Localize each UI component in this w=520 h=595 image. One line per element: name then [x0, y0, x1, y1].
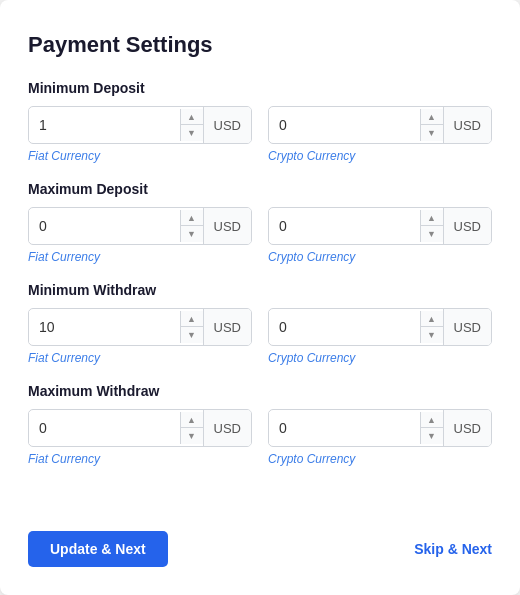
crypto-spinner-max-deposit: ▲ ▼ — [420, 210, 443, 242]
section-max-deposit: Maximum Deposit ▲ ▼ USD Fiat Currency — [28, 181, 492, 264]
fiat-field-min-deposit: ▲ ▼ USD Fiat Currency — [28, 106, 252, 163]
fiat-type-label-min-deposit: Fiat Currency — [28, 149, 252, 163]
crypto-field-min-withdraw: ▲ ▼ USD Crypto Currency — [268, 308, 492, 365]
page-title: Payment Settings — [28, 32, 492, 58]
update-next-button[interactable]: Update & Next — [28, 531, 168, 567]
crypto-spinner-down-max-deposit[interactable]: ▼ — [421, 226, 443, 242]
fiat-spinner-max-withdraw: ▲ ▼ — [180, 412, 203, 444]
fiat-spinner-up-min-deposit[interactable]: ▲ — [181, 109, 203, 125]
crypto-type-label-min-withdraw: Crypto Currency — [268, 351, 492, 365]
fiat-spinner-down-max-withdraw[interactable]: ▼ — [181, 428, 203, 444]
section-max-withdraw: Maximum Withdraw ▲ ▼ USD Fiat Currency — [28, 383, 492, 466]
crypto-input-min-withdraw[interactable] — [269, 311, 420, 343]
section-row-min-withdraw: ▲ ▼ USD Fiat Currency ▲ ▼ USD Crypto Cur… — [28, 308, 492, 365]
crypto-currency-suffix-max-withdraw: USD — [443, 410, 491, 446]
fiat-spinner-up-min-withdraw[interactable]: ▲ — [181, 311, 203, 327]
crypto-input-max-deposit[interactable] — [269, 210, 420, 242]
fiat-spinner-min-withdraw: ▲ ▼ — [180, 311, 203, 343]
fiat-spinner-min-deposit: ▲ ▼ — [180, 109, 203, 141]
crypto-spinner-min-withdraw: ▲ ▼ — [420, 311, 443, 343]
fiat-spinner-down-min-withdraw[interactable]: ▼ — [181, 327, 203, 343]
fiat-spinner-up-max-withdraw[interactable]: ▲ — [181, 412, 203, 428]
crypto-currency-suffix-max-deposit: USD — [443, 208, 491, 244]
payment-settings-card: Payment Settings Minimum Deposit ▲ ▼ USD… — [0, 0, 520, 595]
section-row-min-deposit: ▲ ▼ USD Fiat Currency ▲ ▼ USD Crypto Cur… — [28, 106, 492, 163]
crypto-spinner-down-min-withdraw[interactable]: ▼ — [421, 327, 443, 343]
crypto-type-label-max-deposit: Crypto Currency — [268, 250, 492, 264]
fiat-input-wrapper-max-deposit: ▲ ▼ USD — [28, 207, 252, 245]
fiat-input-min-withdraw[interactable] — [29, 311, 180, 343]
crypto-input-wrapper-max-withdraw: ▲ ▼ USD — [268, 409, 492, 447]
crypto-input-min-deposit[interactable] — [269, 109, 420, 141]
crypto-input-wrapper-min-withdraw: ▲ ▼ USD — [268, 308, 492, 346]
fiat-input-wrapper-max-withdraw: ▲ ▼ USD — [28, 409, 252, 447]
crypto-spinner-min-deposit: ▲ ▼ — [420, 109, 443, 141]
fiat-currency-suffix-min-withdraw: USD — [203, 309, 251, 345]
section-row-max-withdraw: ▲ ▼ USD Fiat Currency ▲ ▼ USD Crypto Cur… — [28, 409, 492, 466]
fiat-type-label-min-withdraw: Fiat Currency — [28, 351, 252, 365]
crypto-spinner-up-min-deposit[interactable]: ▲ — [421, 109, 443, 125]
fiat-field-min-withdraw: ▲ ▼ USD Fiat Currency — [28, 308, 252, 365]
fiat-currency-suffix-max-deposit: USD — [203, 208, 251, 244]
crypto-spinner-up-min-withdraw[interactable]: ▲ — [421, 311, 443, 327]
crypto-spinner-down-max-withdraw[interactable]: ▼ — [421, 428, 443, 444]
fiat-currency-suffix-min-deposit: USD — [203, 107, 251, 143]
fiat-input-wrapper-min-deposit: ▲ ▼ USD — [28, 106, 252, 144]
fiat-input-max-withdraw[interactable] — [29, 412, 180, 444]
fiat-spinner-down-max-deposit[interactable]: ▼ — [181, 226, 203, 242]
crypto-spinner-max-withdraw: ▲ ▼ — [420, 412, 443, 444]
crypto-spinner-up-max-deposit[interactable]: ▲ — [421, 210, 443, 226]
fiat-type-label-max-deposit: Fiat Currency — [28, 250, 252, 264]
fiat-currency-suffix-max-withdraw: USD — [203, 410, 251, 446]
section-row-max-deposit: ▲ ▼ USD Fiat Currency ▲ ▼ USD Crypto Cur… — [28, 207, 492, 264]
skip-next-link[interactable]: Skip & Next — [414, 541, 492, 557]
crypto-input-wrapper-max-deposit: ▲ ▼ USD — [268, 207, 492, 245]
footer-row: Update & Next Skip & Next — [28, 513, 492, 567]
crypto-type-label-max-withdraw: Crypto Currency — [268, 452, 492, 466]
section-label-max-deposit: Maximum Deposit — [28, 181, 492, 197]
crypto-input-max-withdraw[interactable] — [269, 412, 420, 444]
crypto-currency-suffix-min-withdraw: USD — [443, 309, 491, 345]
fiat-type-label-max-withdraw: Fiat Currency — [28, 452, 252, 466]
sections-container: Minimum Deposit ▲ ▼ USD Fiat Currency — [28, 80, 492, 484]
crypto-spinner-down-min-deposit[interactable]: ▼ — [421, 125, 443, 141]
fiat-field-max-deposit: ▲ ▼ USD Fiat Currency — [28, 207, 252, 264]
fiat-spinner-up-max-deposit[interactable]: ▲ — [181, 210, 203, 226]
fiat-field-max-withdraw: ▲ ▼ USD Fiat Currency — [28, 409, 252, 466]
section-min-withdraw: Minimum Withdraw ▲ ▼ USD Fiat Currency — [28, 282, 492, 365]
crypto-field-max-deposit: ▲ ▼ USD Crypto Currency — [268, 207, 492, 264]
section-min-deposit: Minimum Deposit ▲ ▼ USD Fiat Currency — [28, 80, 492, 163]
crypto-spinner-up-max-withdraw[interactable]: ▲ — [421, 412, 443, 428]
fiat-input-max-deposit[interactable] — [29, 210, 180, 242]
fiat-spinner-down-min-deposit[interactable]: ▼ — [181, 125, 203, 141]
crypto-currency-suffix-min-deposit: USD — [443, 107, 491, 143]
section-label-min-deposit: Minimum Deposit — [28, 80, 492, 96]
section-label-min-withdraw: Minimum Withdraw — [28, 282, 492, 298]
crypto-field-min-deposit: ▲ ▼ USD Crypto Currency — [268, 106, 492, 163]
fiat-spinner-max-deposit: ▲ ▼ — [180, 210, 203, 242]
crypto-type-label-min-deposit: Crypto Currency — [268, 149, 492, 163]
fiat-input-wrapper-min-withdraw: ▲ ▼ USD — [28, 308, 252, 346]
fiat-input-min-deposit[interactable] — [29, 109, 180, 141]
crypto-field-max-withdraw: ▲ ▼ USD Crypto Currency — [268, 409, 492, 466]
crypto-input-wrapper-min-deposit: ▲ ▼ USD — [268, 106, 492, 144]
section-label-max-withdraw: Maximum Withdraw — [28, 383, 492, 399]
